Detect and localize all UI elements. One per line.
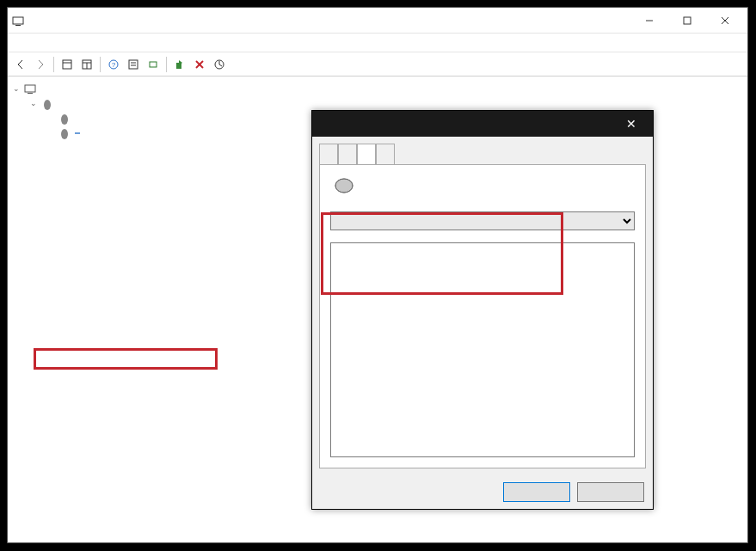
tab-details[interactable] bbox=[357, 144, 376, 164]
menu-file[interactable] bbox=[13, 41, 30, 45]
forward-button[interactable] bbox=[31, 55, 50, 74]
svg-point-23 bbox=[44, 100, 51, 110]
dialog-close-button[interactable]: ✕ bbox=[618, 117, 644, 131]
help-button[interactable]: ? bbox=[104, 55, 123, 74]
svg-rect-21 bbox=[25, 85, 35, 92]
update-driver-button[interactable] bbox=[170, 55, 189, 74]
tab-general[interactable] bbox=[319, 144, 338, 164]
view-small-button[interactable] bbox=[58, 55, 77, 74]
app-icon bbox=[11, 14, 25, 28]
window-controls bbox=[630, 9, 744, 33]
dialog-body bbox=[319, 164, 646, 468]
back-button[interactable] bbox=[11, 55, 30, 74]
property-dropdown[interactable] bbox=[330, 211, 635, 230]
minimize-button[interactable] bbox=[630, 9, 668, 33]
svg-point-25 bbox=[61, 129, 68, 139]
toolbar: ? bbox=[8, 52, 747, 77]
mouse-icon bbox=[58, 126, 71, 140]
titlebar bbox=[8, 8, 747, 34]
mouse-icon bbox=[40, 97, 54, 111]
properties-dialog: ✕ bbox=[311, 110, 654, 510]
dialog-titlebar: ✕ bbox=[312, 111, 653, 137]
disable-button[interactable] bbox=[210, 55, 229, 74]
computer-icon bbox=[23, 83, 37, 96]
menu-view[interactable] bbox=[47, 41, 65, 45]
tree-item-hid-mouse[interactable] bbox=[46, 126, 80, 140]
svg-rect-3 bbox=[684, 17, 691, 24]
cancel-button[interactable] bbox=[577, 482, 644, 502]
maximize-button[interactable] bbox=[668, 9, 706, 33]
svg-text:?: ? bbox=[112, 61, 116, 69]
svg-rect-13 bbox=[129, 60, 138, 69]
svg-rect-22 bbox=[28, 93, 33, 94]
svg-rect-6 bbox=[63, 60, 71, 69]
menu-help[interactable] bbox=[65, 41, 82, 45]
svg-rect-0 bbox=[13, 17, 23, 24]
tab-events[interactable] bbox=[376, 144, 395, 164]
tab-driver[interactable] bbox=[338, 144, 357, 164]
svg-rect-16 bbox=[150, 62, 157, 67]
menubar bbox=[8, 34, 747, 52]
tree-category-mice[interactable]: ⌄ bbox=[28, 96, 744, 111]
chevron-down-icon[interactable]: ⌄ bbox=[11, 84, 22, 95]
tree-item-touchpad[interactable] bbox=[46, 111, 75, 126]
tree-root[interactable]: ⌄ bbox=[11, 82, 744, 96]
dialog-buttons bbox=[312, 475, 653, 509]
view-large-button[interactable] bbox=[77, 55, 96, 74]
svg-rect-1 bbox=[15, 25, 21, 26]
highlight-tree-item bbox=[34, 348, 218, 370]
menu-action[interactable] bbox=[30, 41, 47, 45]
svg-point-24 bbox=[61, 114, 68, 125]
value-listbox[interactable] bbox=[330, 242, 635, 457]
dialog-tabs bbox=[319, 144, 646, 164]
ok-button[interactable] bbox=[503, 482, 570, 502]
chevron-down-icon[interactable]: ⌄ bbox=[28, 99, 39, 109]
uninstall-button[interactable] bbox=[190, 55, 209, 74]
scan-button[interactable] bbox=[144, 55, 163, 74]
props-button[interactable] bbox=[124, 55, 143, 74]
close-button[interactable] bbox=[706, 9, 744, 33]
mouse-icon bbox=[330, 175, 358, 196]
mouse-icon bbox=[58, 112, 71, 126]
